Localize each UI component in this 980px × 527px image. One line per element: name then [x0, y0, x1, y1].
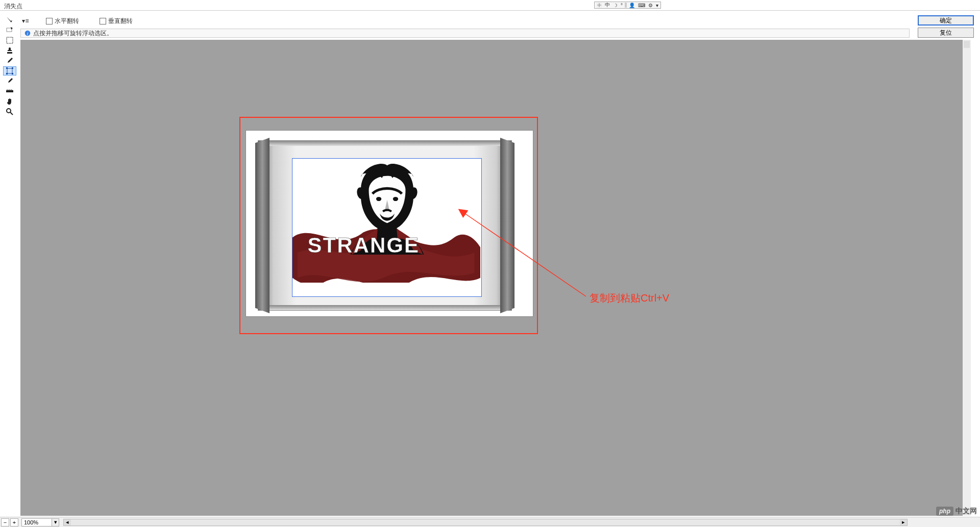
svg-rect-5: [7, 68, 12, 73]
svg-rect-4: [7, 37, 13, 43]
svg-rect-9: [12, 73, 13, 74]
watermark-logo: php: [936, 507, 953, 516]
hint-bar: i 点按并拖移可旋转浮动选区。: [20, 29, 910, 38]
svg-point-11: [7, 109, 11, 113]
eyedropper-tool[interactable]: [3, 77, 16, 86]
marquee-tool[interactable]: [3, 36, 16, 45]
dialog-action-buttons: 确定 复位: [918, 15, 974, 38]
zoom-out-button[interactable]: −: [1, 518, 9, 526]
vertical-scrollbar[interactable]: [963, 40, 971, 516]
stamp-tool[interactable]: [3, 46, 16, 55]
ime-chevron-icon[interactable]: ▾: [655, 3, 659, 8]
flip-v-checkbox[interactable]: [100, 18, 106, 24]
art-text: STRANGE: [308, 233, 420, 258]
transform-tool[interactable]: [3, 66, 16, 76]
status-bar: − + 100% ▾ ◂ ▸: [0, 517, 980, 527]
watermark-text: 中文网: [955, 507, 977, 516]
ime-status-bar[interactable]: 中 ☽ ° 👤 ⌨ ⚙ ▾: [594, 2, 661, 9]
hint-text: 点按并拖移可旋转浮动选区。: [33, 29, 113, 38]
flip-h-checkbox[interactable]: [46, 18, 53, 24]
hand-tool[interactable]: [3, 97, 16, 106]
tool-palette: [3, 15, 17, 116]
scroll-left-arrow-icon[interactable]: ◂: [64, 519, 71, 525]
ime-lang[interactable]: 中: [604, 2, 611, 9]
svg-rect-8: [6, 73, 8, 74]
flip-v-label: 垂直翻转: [108, 17, 133, 26]
zoom-in-button[interactable]: +: [10, 518, 18, 526]
info-icon: i: [24, 30, 31, 37]
canvas-area[interactable]: STRANGE 复制到粘贴Ctrl+V: [20, 40, 971, 516]
zoom-value: 100%: [24, 519, 38, 525]
document-canvas[interactable]: STRANGE: [246, 131, 533, 316]
zoom-tool[interactable]: [3, 107, 16, 116]
ime-moon-icon[interactable]: ☽: [612, 3, 619, 8]
brush-tool[interactable]: [3, 56, 16, 65]
pasted-art: STRANGE: [292, 159, 481, 296]
ok-button[interactable]: 确定: [918, 15, 974, 26]
horizontal-scrollbar[interactable]: ◂ ▸: [63, 519, 908, 526]
ime-temp: °: [620, 3, 624, 8]
flip-h-option[interactable]: 水平翻转: [46, 17, 79, 26]
app-root: 中 ☽ ° 👤 ⌨ ⚙ ▾ 消失点 ▾≡ 水平翻转 垂直翻转 确定 复位 i 点…: [0, 0, 980, 527]
zoom-dropdown[interactable]: ▾: [52, 518, 59, 526]
edit-plane-tool[interactable]: [3, 15, 16, 24]
options-menu-trigger[interactable]: ▾≡: [20, 17, 31, 24]
ime-user-icon[interactable]: 👤: [628, 3, 636, 8]
svg-point-13: [393, 197, 398, 201]
flip-h-label: 水平翻转: [55, 17, 79, 26]
floating-selection[interactable]: STRANGE: [292, 158, 482, 297]
ime-keyboard-icon[interactable]: ⌨: [637, 3, 646, 8]
reset-button[interactable]: 复位: [918, 28, 974, 38]
annotation-text: 复制到粘贴Ctrl+V: [590, 291, 669, 305]
options-bar: ▾≡ 水平翻转 垂直翻转: [20, 15, 980, 27]
title-divider: [0, 10, 980, 11]
flip-v-option[interactable]: 垂直翻转: [100, 17, 133, 26]
measure-tool[interactable]: [3, 87, 16, 96]
window-title: 消失点: [4, 2, 22, 11]
create-plane-tool[interactable]: [3, 26, 16, 35]
scroll-right-arrow-icon[interactable]: ▸: [900, 519, 907, 525]
ime-flag-icon: [596, 3, 603, 8]
svg-rect-3: [7, 28, 12, 32]
zoom-input[interactable]: 100%: [21, 518, 52, 526]
svg-rect-7: [12, 67, 13, 69]
svg-rect-6: [6, 67, 8, 69]
ime-gear-icon[interactable]: ⚙: [647, 3, 654, 8]
svg-point-12: [376, 197, 381, 201]
watermark: php 中文网: [936, 507, 977, 516]
svg-rect-10: [6, 90, 13, 92]
ime-sep: [625, 3, 627, 8]
